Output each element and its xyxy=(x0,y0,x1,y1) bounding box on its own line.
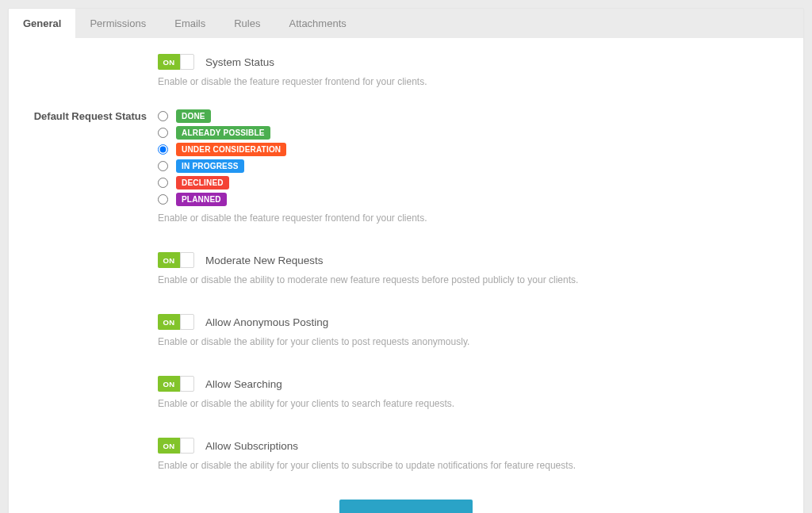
toggle-knob xyxy=(180,438,194,454)
save-settings-button[interactable]: SAVE SETTINGS xyxy=(339,500,473,513)
tab-rules[interactable]: Rules xyxy=(220,9,274,38)
label-anonymous: Allow Anonymous Posting xyxy=(205,316,328,328)
status-option[interactable]: UNDER CONSIDERATION xyxy=(158,143,772,156)
status-option[interactable]: IN PROGRESS xyxy=(158,159,772,173)
toggle-subscriptions[interactable]: ON xyxy=(158,438,193,454)
help-default-request-status: Enable or disable the feature requester … xyxy=(158,212,772,224)
toggle-on-label: ON xyxy=(158,376,180,392)
status-option-radio[interactable] xyxy=(158,194,168,205)
toggle-knob xyxy=(180,54,194,70)
toggle-on-label: ON xyxy=(158,252,180,268)
tabs: General Permissions Emails Rules Attachm… xyxy=(9,9,803,38)
status-badge: DECLINED xyxy=(176,176,229,190)
help-system-status: Enable or disable the feature requester … xyxy=(158,76,772,87)
status-option[interactable]: DECLINED xyxy=(158,176,772,190)
toggle-on-label: ON xyxy=(158,438,180,454)
help-search: Enable or disable the ability for your c… xyxy=(158,398,772,409)
status-option-radio[interactable] xyxy=(158,144,168,155)
toggle-knob xyxy=(180,252,194,268)
row-anonymous: ON Allow Anonymous Posting Enable or dis… xyxy=(9,314,803,347)
tab-emails[interactable]: Emails xyxy=(160,9,220,38)
toggle-search[interactable]: ON xyxy=(158,376,193,392)
status-option-radio[interactable] xyxy=(158,111,168,121)
label-search: Allow Searching xyxy=(205,378,282,390)
status-badge: ALREADY POSSIBLE xyxy=(176,126,270,140)
toggle-on-label: ON xyxy=(158,314,180,330)
row-subscriptions: ON Allow Subscriptions Enable or disable… xyxy=(9,438,803,471)
toggle-knob xyxy=(180,376,194,392)
label-default-request-status: Default Request Status xyxy=(9,109,158,224)
tab-attachments[interactable]: Attachments xyxy=(274,9,360,38)
status-badge: PLANNED xyxy=(176,193,227,206)
status-options: DONEALREADY POSSIBLEUNDER CONSIDERATIONI… xyxy=(158,109,772,206)
status-badge: DONE xyxy=(176,109,211,123)
toggle-anonymous[interactable]: ON xyxy=(158,314,193,330)
tab-general[interactable]: General xyxy=(9,9,75,38)
toggle-system-status[interactable]: ON xyxy=(158,54,193,70)
toggle-knob xyxy=(180,314,194,330)
status-badge: UNDER CONSIDERATION xyxy=(176,143,286,156)
row-search: ON Allow Searching Enable or disable the… xyxy=(9,376,803,409)
tab-permissions[interactable]: Permissions xyxy=(75,9,160,38)
status-option[interactable]: ALREADY POSSIBLE xyxy=(158,126,772,140)
help-moderate: Enable or disable the ability to moderat… xyxy=(158,274,772,285)
row-system-status: ON System Status Enable or disable the f… xyxy=(9,54,803,87)
status-option[interactable]: DONE xyxy=(158,109,772,123)
status-option-radio[interactable] xyxy=(158,128,168,138)
row-default-request-status: Default Request Status DONEALREADY POSSI… xyxy=(9,109,803,224)
status-option-radio[interactable] xyxy=(158,178,168,188)
label-subscriptions: Allow Subscriptions xyxy=(205,440,298,452)
status-option-radio[interactable] xyxy=(158,161,168,171)
label-system-status: System Status xyxy=(205,56,274,68)
status-option[interactable]: PLANNED xyxy=(158,193,772,206)
status-badge: IN PROGRESS xyxy=(176,159,244,173)
help-anonymous: Enable or disable the ability for your c… xyxy=(158,336,772,347)
settings-panel: General Permissions Emails Rules Attachm… xyxy=(8,8,804,513)
toggle-moderate[interactable]: ON xyxy=(158,252,193,268)
row-moderate: ON Moderate New Requests Enable or disab… xyxy=(9,252,803,285)
toggle-on-label: ON xyxy=(158,54,180,70)
label-moderate: Moderate New Requests xyxy=(205,255,324,266)
help-subscriptions: Enable or disable the ability for your c… xyxy=(158,460,772,471)
